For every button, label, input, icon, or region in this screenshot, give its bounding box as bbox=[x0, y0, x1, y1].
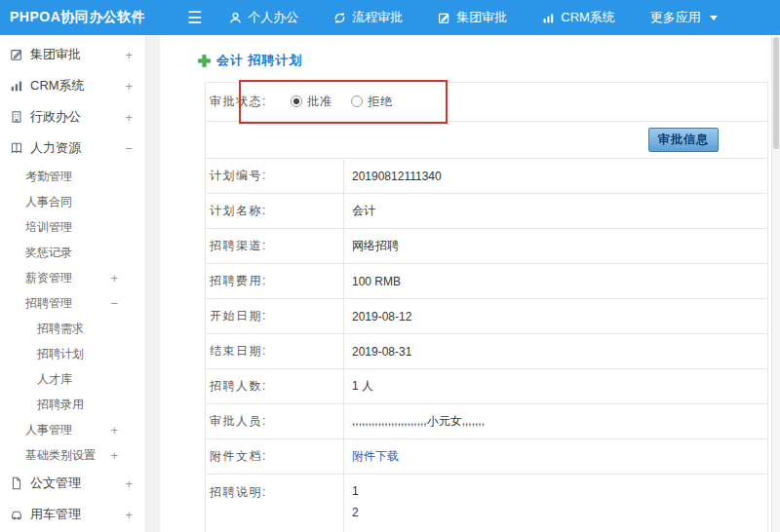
field-value: 会计 bbox=[344, 203, 767, 219]
nav-label: 更多应用 bbox=[650, 9, 701, 26]
sidebar-item-label: 行政办公 bbox=[30, 108, 125, 126]
sidebar-item-training[interactable]: 培训管理 bbox=[0, 214, 145, 240]
nav-label: 流程审批 bbox=[352, 9, 403, 26]
field-value: 网络招聘 bbox=[344, 238, 767, 254]
table-row-approvers: 审批人员: ,,,,,,,,,,,,,,,,,,,,,,,小元女,,,,,,, bbox=[206, 404, 767, 439]
field-label: 开始日期: bbox=[206, 299, 344, 333]
approval-button-row: 审批信息 bbox=[206, 122, 767, 159]
sidebar: 集团审批 + CRM系统 + 行政办公 + 人力资源 − 考勤管理 bbox=[0, 35, 146, 532]
page-header: 会计 招聘计划 bbox=[197, 51, 768, 70]
sidebar-item-base-category[interactable]: 基础类别设置 + bbox=[0, 442, 145, 468]
expand-toggle[interactable]: + bbox=[125, 110, 133, 125]
pen-square-icon bbox=[10, 48, 30, 61]
field-label: 计划名称: bbox=[206, 194, 344, 228]
expand-toggle[interactable]: + bbox=[125, 476, 133, 491]
field-value: 附件下载 bbox=[344, 448, 767, 465]
sidebar-item-label: 公文管理 bbox=[30, 475, 125, 492]
expand-toggle[interactable]: + bbox=[110, 271, 118, 285]
table-row-headcount: 招聘人数: 1 人 bbox=[206, 369, 767, 404]
nav-personal-office[interactable]: 个人办公 bbox=[229, 9, 298, 26]
approval-status-row: 审批状态: 批准 拒绝 bbox=[206, 83, 767, 122]
radio-reject[interactable]: 拒绝 bbox=[351, 94, 393, 110]
approval-info-button[interactable]: 审批信息 bbox=[648, 128, 719, 152]
content-shell: 集团审批 + CRM系统 + 行政办公 + 人力资源 − 考勤管理 bbox=[0, 35, 780, 532]
sidebar-item-group-approval[interactable]: 集团审批 + bbox=[0, 39, 145, 70]
sidebar-item-label: 人事合同 bbox=[25, 194, 118, 210]
expand-toggle[interactable]: − bbox=[125, 141, 133, 156]
sidebar-item-label: 用车管理 bbox=[30, 506, 125, 523]
add-icon[interactable] bbox=[197, 54, 212, 68]
table-row-plan-number: 计划编号: 20190812111340 bbox=[206, 159, 767, 194]
table-row-plan-name: 计划名称: 会计 bbox=[206, 194, 767, 229]
sidebar-item-label: 人事管理 bbox=[25, 422, 110, 438]
nav-more-apps[interactable]: 更多应用 bbox=[650, 9, 718, 26]
expand-toggle[interactable]: + bbox=[125, 48, 133, 62]
sidebar-item-crm[interactable]: CRM系统 + bbox=[0, 70, 145, 101]
app-root: PHPOA协同办公软件 ☰ 个人办公 流程审批 集团审批 bbox=[0, 0, 780, 532]
sidebar-item-hr[interactable]: 人力资源 − bbox=[0, 133, 145, 164]
table-row-channel: 招聘渠道: 网络招聘 bbox=[206, 229, 767, 264]
sidebar-item-talent-pool[interactable]: 人才库 bbox=[0, 366, 145, 392]
field-label: 招聘渠道: bbox=[206, 229, 344, 263]
expand-toggle[interactable]: + bbox=[110, 448, 118, 463]
field-label: 招聘说明: bbox=[206, 475, 344, 532]
field-label: 招聘人数: bbox=[206, 369, 344, 403]
sidebar-item-recruit-hire[interactable]: 招聘录用 bbox=[0, 392, 145, 417]
field-label: 审批人员: bbox=[206, 404, 344, 438]
field-value: 1 2 bbox=[344, 475, 767, 523]
sidebar-item-personnel[interactable]: 人事管理 + bbox=[0, 417, 145, 442]
file-icon bbox=[10, 476, 30, 490]
sidebar-item-attendance[interactable]: 考勤管理 bbox=[0, 164, 145, 189]
field-value: 20190812111340 bbox=[344, 170, 767, 183]
nav-crm-system[interactable]: CRM系统 bbox=[542, 9, 615, 26]
sidebar-item-rewards[interactable]: 奖惩记录 bbox=[0, 240, 145, 265]
app-title: PHPOA协同办公软件 bbox=[0, 9, 187, 26]
sidebar-item-label: 招聘管理 bbox=[25, 295, 110, 312]
sidebar-item-label: 集团审批 bbox=[30, 46, 125, 63]
topbar: PHPOA协同办公软件 ☰ 个人办公 流程审批 集团审批 bbox=[0, 0, 780, 35]
field-label: 结束日期: bbox=[206, 334, 344, 368]
expand-toggle[interactable]: + bbox=[110, 423, 118, 437]
bar-chart-icon bbox=[542, 12, 555, 24]
field-value: 2019-08-12 bbox=[344, 310, 767, 323]
sidebar-item-document[interactable]: 公文管理 + bbox=[0, 468, 145, 499]
sidebar-item-recruit-plan[interactable]: 招聘计划 bbox=[0, 341, 145, 366]
sidebar-item-contract[interactable]: 人事合同 bbox=[0, 189, 145, 214]
radio-approve[interactable]: 批准 bbox=[291, 94, 332, 110]
attachment-download-link[interactable]: 附件下载 bbox=[352, 449, 399, 463]
sidebar-item-vehicle[interactable]: 用车管理 + bbox=[0, 499, 145, 530]
expand-toggle[interactable]: − bbox=[110, 296, 118, 311]
radio-label: 批准 bbox=[307, 94, 332, 110]
building-icon bbox=[10, 110, 30, 124]
sidebar-item-recruit-demand[interactable]: 招聘需求 bbox=[0, 316, 145, 341]
table-row-start-date: 开始日期: 2019-08-12 bbox=[206, 299, 767, 334]
field-label: 招聘费用: bbox=[206, 264, 344, 298]
sidebar-item-label: 奖惩记录 bbox=[25, 245, 118, 261]
sidebar-item-admin-office[interactable]: 行政办公 + bbox=[0, 101, 145, 133]
radio-label: 拒绝 bbox=[368, 94, 393, 110]
radio-reject-circle[interactable] bbox=[351, 95, 363, 107]
radio-approve-circle[interactable] bbox=[291, 95, 302, 107]
scrollbar[interactable] bbox=[771, 35, 780, 532]
page-title: 会计 招聘计划 bbox=[216, 52, 303, 69]
field-label: 审批状态: bbox=[206, 83, 289, 121]
menu-icon[interactable]: ☰ bbox=[187, 10, 202, 26]
nav-workflow-approval[interactable]: 流程审批 bbox=[333, 9, 403, 26]
sidebar-item-label: 基础类别设置 bbox=[25, 447, 110, 464]
sidebar-item-recruit-mgmt[interactable]: 招聘管理 − bbox=[0, 290, 145, 316]
sidebar-item-salary[interactable]: 薪资管理 + bbox=[0, 265, 145, 290]
caret-down-icon bbox=[710, 16, 718, 20]
table-row-end-date: 结束日期: 2019-08-31 bbox=[206, 334, 767, 369]
scrollbar-thumb[interactable] bbox=[773, 37, 779, 149]
field-value: 2019-08-31 bbox=[344, 345, 767, 359]
table-row-attachment: 附件文档: 附件下载 bbox=[206, 439, 767, 475]
car-icon bbox=[10, 508, 30, 521]
nav-label: CRM系统 bbox=[561, 9, 615, 26]
bar-chart-icon bbox=[10, 79, 30, 93]
expand-toggle[interactable]: + bbox=[125, 79, 133, 94]
main-content: 会计 招聘计划 审批状态: 批准 拒绝 bbox=[146, 35, 780, 532]
expand-toggle[interactable]: + bbox=[125, 508, 133, 522]
nav-group-approval[interactable]: 集团审批 bbox=[438, 9, 507, 26]
field-value: 100 RMB bbox=[344, 275, 767, 288]
sidebar-item-label: 人力资源 bbox=[30, 139, 125, 157]
